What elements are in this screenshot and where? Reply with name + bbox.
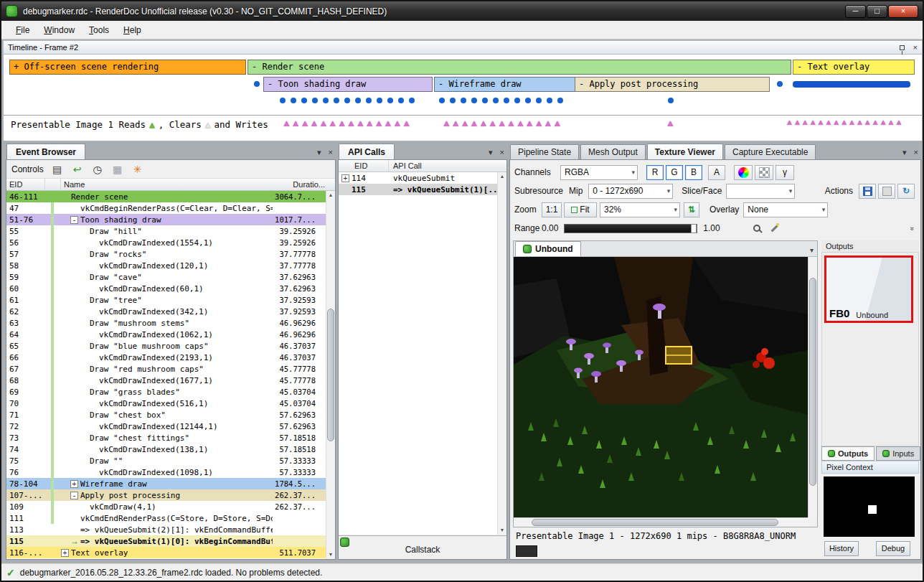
event-row[interactable]: 46-111 Render scene 3064.7... [6, 191, 326, 202]
event-browser-scrollbar[interactable]: ▲ ▼ [326, 191, 335, 559]
bookmark-icon[interactable]: ✳ [131, 163, 144, 176]
event-dot[interactable] [450, 98, 456, 103]
event-dot[interactable] [280, 98, 286, 103]
tab-inputs[interactable]: Inputs [876, 446, 920, 461]
history-button[interactable]: History [824, 541, 859, 556]
event-dot[interactable] [291, 98, 296, 103]
timeline-bar-render-scene[interactable]: - Render scene [248, 60, 791, 75]
callstack-section[interactable]: Callstack [339, 535, 506, 559]
zoom-fit-button[interactable]: Fit [564, 202, 597, 217]
event-row[interactable]: 61 Draw "tree" 37.92593 [6, 294, 326, 306]
event-dot[interactable] [398, 98, 404, 103]
close-icon[interactable]: × [911, 145, 921, 159]
event-row[interactable]: 51-76 -Toon shading draw 1017.7... [6, 214, 326, 225]
zoom-range-icon[interactable] [753, 225, 760, 232]
event-dot[interactable] [334, 98, 339, 103]
api-calls-scrollbar[interactable]: ▲ ▼ [497, 172, 506, 535]
column-name[interactable]: Name [61, 179, 282, 190]
event-dot[interactable] [514, 98, 520, 103]
toolbar-overflow-icon[interactable]: » [909, 226, 917, 230]
event-dot[interactable] [777, 81, 783, 87]
scroll-down-icon[interactable]: ▼ [326, 550, 335, 559]
menu-item[interactable]: Tools [82, 22, 116, 38]
menu-item[interactable]: File [9, 22, 37, 38]
save-texture-button[interactable] [859, 184, 876, 199]
api-call-row[interactable]: 115 => vkQueueSubmit(1)[... [339, 184, 497, 195]
event-row[interactable]: 65 Draw "blue mushroom caps" 46.37037 [6, 340, 326, 352]
event-row[interactable]: 47 vkCmdBeginRenderPass(C=Clear, D=Clear… [6, 202, 326, 214]
zoom-1to1-button[interactable]: 1:1 [542, 202, 562, 217]
overlay-select[interactable]: None▾ [743, 202, 828, 217]
column-eid[interactable]: EID [339, 160, 389, 172]
close-icon[interactable]: × [497, 145, 507, 159]
timeline-body[interactable]: + Off-screen scene rendering - Render sc… [3, 55, 923, 141]
expander-icon[interactable]: → [70, 538, 78, 545]
texture-hscrollbar[interactable] [514, 517, 808, 527]
panel-tab[interactable]: Mesh Output [580, 144, 646, 159]
event-dot[interactable] [312, 98, 318, 103]
tab-api-calls[interactable]: API Calls [339, 144, 395, 159]
event-dot-cluster[interactable] [254, 81, 265, 87]
event-dot[interactable] [366, 98, 372, 103]
fb0-thumbnail[interactable]: FB0 Unbound [824, 255, 913, 323]
slice-face-select[interactable]: ▾ [726, 184, 795, 199]
pixel-context-view[interactable] [824, 477, 915, 537]
event-dot[interactable] [525, 98, 531, 103]
expander-icon[interactable]: + [61, 549, 69, 557]
event-dot-cluster[interactable] [280, 98, 420, 103]
column-eid[interactable]: EID [6, 179, 45, 190]
event-row[interactable]: 57 Draw "rocks" 37.77778 [6, 248, 326, 260]
channel-b-toggle[interactable]: B [685, 165, 702, 180]
event-dot[interactable] [557, 98, 563, 103]
event-row[interactable]: 107-... -Apply post processing 262.37... [6, 489, 326, 501]
event-dot[interactable] [668, 98, 674, 103]
panel-tab[interactable]: Capture Executable [725, 144, 816, 159]
texture-tab-unbound[interactable]: Unbound [515, 241, 581, 256]
event-row[interactable]: 109 vkCmdDraw(4,1) 262.37... [6, 501, 326, 512]
jump-to-eid-icon[interactable]: ↩ [71, 163, 84, 176]
column-duration[interactable]: Duratio... [282, 179, 335, 190]
scroll-up-icon[interactable]: ▲ [498, 172, 506, 181]
event-dot[interactable] [547, 98, 552, 103]
event-row[interactable]: 68 vkCmdDrawIndexed(1677,1) 45.77778 [6, 375, 326, 386]
event-row[interactable]: 111 vkCmdEndRenderPass(C=Store, D=Store,… [6, 512, 326, 524]
event-row[interactable]: 67 Draw "red mushroom caps" 45.77778 [6, 363, 326, 375]
event-dot-cluster[interactable] [668, 98, 679, 103]
event-row[interactable]: 71 Draw "chest box" 57.62963 [6, 409, 326, 421]
event-row[interactable]: 63 Draw "mushroom stems" 46.96296 [6, 317, 326, 329]
alpha-background-button[interactable] [755, 165, 773, 180]
event-row[interactable]: 72 vkCmdDrawIndexed(12144,1) 57.62963 [6, 421, 326, 432]
event-dot[interactable] [323, 98, 329, 103]
range-slider[interactable] [564, 224, 697, 233]
event-row[interactable]: 62 vkCmdDrawIndexed(342,1) 37.92593 [6, 306, 326, 317]
scroll-up-icon[interactable]: ▲ [326, 191, 335, 200]
scroll-thumb[interactable] [809, 278, 816, 486]
timeline-bar-wireframe[interactable]: - Wireframe draw [434, 77, 576, 92]
event-row[interactable]: 66 vkCmdDrawIndexed(2193,1) 46.37037 [6, 352, 326, 363]
event-row[interactable]: 116-... +Text overlay 511.7037 [6, 547, 326, 558]
event-dot[interactable] [493, 98, 499, 103]
panel-menu-icon[interactable]: ▾ [486, 145, 496, 159]
event-row[interactable]: 58 vkCmdDrawIndexed(120,1) 37.77778 [6, 260, 326, 271]
event-row[interactable]: 70 vkCmdDrawIndexed(516,1) 45.03704 [6, 398, 326, 409]
gamma-button[interactable]: γ [776, 165, 794, 180]
event-row[interactable]: 76 vkCmdDrawIndexed(1098,1) 57.33333 [6, 466, 326, 478]
event-dot[interactable] [355, 98, 361, 103]
timeline-bar-post-processing[interactable]: - Apply post processing [575, 77, 770, 92]
event-row[interactable]: 73 Draw "chest fittings" 57.18518 [6, 432, 326, 443]
event-dot[interactable] [471, 98, 477, 103]
event-row[interactable]: 55 Draw "hill" 39.25926 [6, 225, 326, 237]
tab-event-browser[interactable]: Event Browser [6, 144, 85, 159]
channel-mode-select[interactable]: RGBA▾ [560, 165, 638, 180]
panel-menu-icon[interactable]: ▾ [314, 145, 324, 159]
channel-r-toggle[interactable]: R [646, 165, 664, 180]
close-icon[interactable]: × [913, 43, 918, 52]
menu-item[interactable]: Help [116, 22, 148, 38]
pin-icon[interactable] [900, 45, 905, 50]
debug-button[interactable]: Debug [876, 541, 910, 556]
open-texture-list-button[interactable] [878, 184, 895, 199]
channel-g-toggle[interactable]: G [666, 165, 683, 180]
time-durations-icon[interactable]: ◷ [91, 163, 104, 176]
menu-item[interactable]: Window [37, 22, 82, 38]
timeline-bar-offscreen[interactable]: + Off-screen scene rendering [9, 60, 246, 75]
